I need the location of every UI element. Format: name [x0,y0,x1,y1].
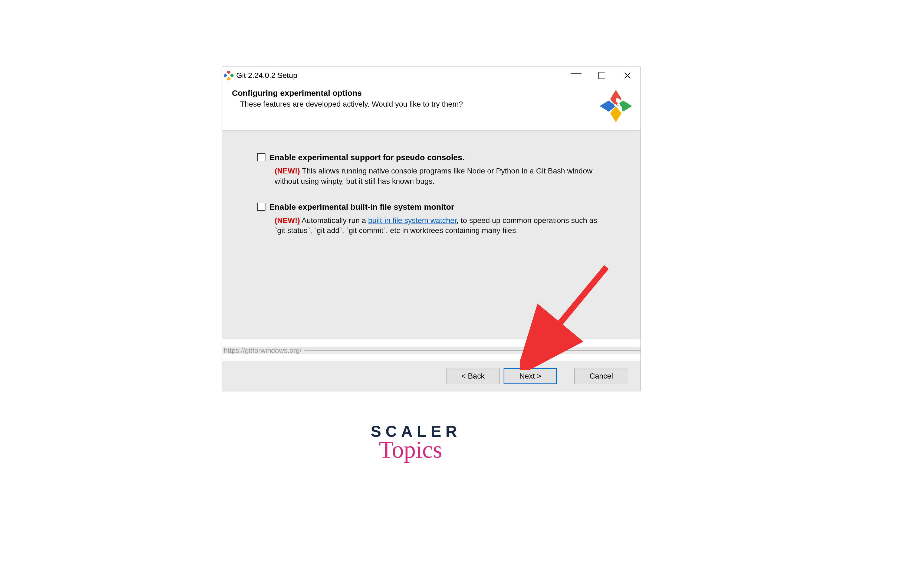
git-setup-dialog: Git 2.24.0.2 Setup — Configuring experim… [222,66,641,391]
file-system-watcher-link[interactable]: built-in file system watcher [368,216,457,225]
next-button[interactable]: Next > [504,368,557,384]
page-title: Configuring experimental options [232,89,463,98]
cancel-button[interactable]: Cancel [575,368,628,384]
minimize-button[interactable]: — [570,67,582,79]
brand-line2: Topics [365,436,456,463]
close-button[interactable] [622,70,633,81]
checkbox-pseudo-consoles[interactable] [258,153,266,161]
git-icon [224,71,233,80]
git-logo-icon [598,89,633,124]
window-controls: — [570,70,639,81]
svg-rect-2 [230,73,233,78]
option-description: (NEW!) This allows running native consol… [275,166,599,186]
option-label: Enable experimental support for pseudo c… [269,152,465,163]
option-description: (NEW!) Automatically run a built-in file… [275,215,599,236]
new-badge: (NEW!) [275,167,300,175]
svg-rect-3 [227,77,230,80]
option-label: Enable experimental built-in file system… [269,202,454,212]
svg-rect-1 [224,73,227,78]
svg-rect-0 [227,71,230,74]
footer-url-divider: https://gitforwindows.org/ [222,347,640,354]
checkbox-fs-monitor[interactable] [258,202,266,211]
titlebar: Git 2.24.0.2 Setup — [222,67,640,84]
option-fs-monitor[interactable]: Enable experimental built-in file system… [258,202,604,212]
button-bar: < Back Next > Cancel [222,361,640,391]
option-pseudo-consoles[interactable]: Enable experimental support for pseudo c… [258,152,604,163]
options-panel: Enable experimental support for pseudo c… [222,130,640,339]
maximize-button[interactable] [598,72,605,79]
window-title: Git 2.24.0.2 Setup [236,71,297,80]
back-button[interactable]: < Back [446,368,500,384]
scaler-topics-watermark: SCALER Topics [371,422,461,463]
new-badge: (NEW!) [275,216,300,225]
installer-header: Configuring experimental options These f… [222,84,640,130]
footer-url: https://gitforwindows.org/ [222,347,302,355]
page-subtitle: These features are developed actively. W… [232,100,463,109]
